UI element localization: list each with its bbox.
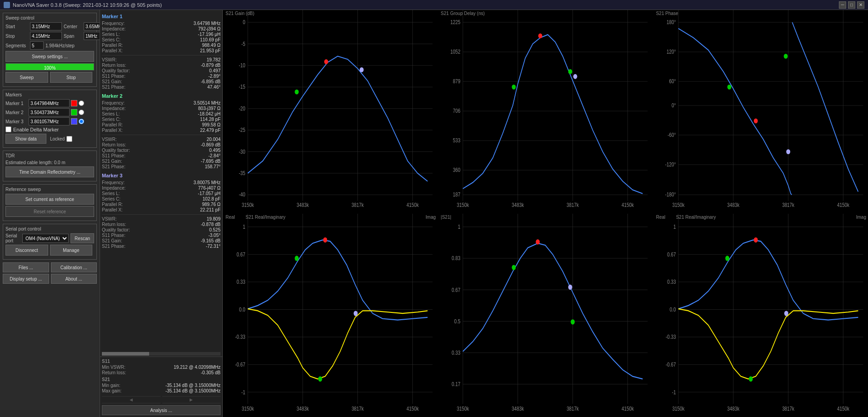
minimize-button[interactable]: ─ xyxy=(839,1,846,9)
svg-text:3817k: 3817k xyxy=(782,405,794,411)
center-label: Center xyxy=(64,24,82,29)
m1-pr-value: 988.49 Ω xyxy=(202,43,221,48)
stop-button[interactable]: Stop xyxy=(50,72,93,83)
rescan-button[interactable]: Rescan xyxy=(70,233,94,243)
m1-rl-label: Return loss: xyxy=(102,63,126,68)
sweep-button[interactable]: Sweep xyxy=(5,72,48,83)
svg-text:4150k: 4150k xyxy=(837,202,849,208)
segments-label: Segments xyxy=(5,43,28,48)
close-button[interactable]: ✕ xyxy=(857,1,864,9)
svg-text:3150k: 3150k xyxy=(457,202,469,208)
m1-vswr-value: 19.782 xyxy=(206,57,221,62)
marker1-input[interactable] xyxy=(29,99,70,107)
marker3-radio[interactable] xyxy=(79,119,84,124)
svg-text:3817k: 3817k xyxy=(567,405,579,411)
chart-s21-ri-right-title: S21 Real/Imaginary xyxy=(676,215,716,220)
svg-text:1: 1 xyxy=(243,224,245,230)
svg-point-161 xyxy=(784,311,788,316)
analysis-button[interactable]: Analysis ... xyxy=(102,405,221,415)
m1-sl-label: Series L: xyxy=(102,32,120,37)
marker3-input[interactable] xyxy=(29,117,70,126)
stop-input[interactable] xyxy=(30,32,62,40)
m2-s21p-label: S21 Phase: xyxy=(102,164,125,169)
m3-pr-value: 989.76 Ω xyxy=(202,202,221,207)
chart-s21-real-imag-left[interactable]: Real S21 Real/Imaginary Imag xyxy=(223,214,437,417)
maximize-button[interactable]: □ xyxy=(848,1,855,9)
center-input[interactable] xyxy=(84,22,100,30)
m1-s21p-value: 47.46° xyxy=(207,85,221,90)
svg-text:0.33: 0.33 xyxy=(452,350,461,356)
svg-point-82 xyxy=(786,149,790,154)
marker2-input[interactable] xyxy=(29,108,70,116)
m2-pr-value: 999.58 Ω xyxy=(202,122,221,127)
svg-text:1: 1 xyxy=(458,224,460,230)
m3-freq-label: Frequency: xyxy=(102,180,125,185)
tdr-button[interactable]: Time Domain Reflectometry ... xyxy=(5,166,94,177)
m1-s11p-label: S11 Phase: xyxy=(102,74,125,79)
chart-s21-ri-left-title: S21 Real/Imaginary xyxy=(246,215,286,220)
svg-text:1225: 1225 xyxy=(451,19,461,25)
locked-checkbox[interactable] xyxy=(66,136,72,142)
chart-s21-real-imag-right[interactable]: Real S21 Real/Imaginary Imag xyxy=(653,214,868,417)
span-label: Span xyxy=(64,34,82,39)
m1-qf-label: Quality factor: xyxy=(102,68,130,73)
set-reference-button[interactable]: Set current as reference xyxy=(5,194,94,205)
reset-reference-button[interactable]: Reset reference xyxy=(5,206,94,217)
start-label: Start xyxy=(5,24,28,29)
about-button[interactable]: About ... xyxy=(51,274,97,284)
m1-freq-label: Frequency: xyxy=(102,21,125,26)
chart-s21-phase[interactable]: S21 Phase 180° 1 xyxy=(653,10,868,213)
svg-text:-10: -10 xyxy=(239,62,245,68)
svg-text:1052: 1052 xyxy=(451,49,461,55)
m1-s21p-label: S21 Phase: xyxy=(102,85,125,90)
calibration-button[interactable]: Calibration ... xyxy=(51,262,97,272)
summary-footer: S11 Min VSWR: 19.212 @ 4.02098MHz Return… xyxy=(100,357,222,417)
span-input[interactable] xyxy=(84,32,100,40)
svg-text:-0.33: -0.33 xyxy=(666,334,676,340)
chart-s21-group-delay[interactable]: S21 Group Delay (ns) 1225 xyxy=(438,10,652,213)
svg-text:3150k: 3150k xyxy=(241,202,254,208)
disconnect-button[interactable]: Disconnect xyxy=(5,245,48,256)
show-data-button[interactable]: Show data xyxy=(5,134,46,144)
m2-s21g-label: S21 Gain: xyxy=(102,159,122,164)
reference-sweep-title: Reference sweep xyxy=(5,187,94,192)
m1-rl-value: -0.879 dB xyxy=(201,63,221,68)
svg-text:3150k: 3150k xyxy=(672,405,684,411)
display-setup-button[interactable]: Display setup ... xyxy=(3,274,49,284)
sweep-settings-button[interactable]: Sweep settings ... xyxy=(5,51,94,62)
m3-freq-value: 3.80075 MHz xyxy=(194,180,221,185)
s11-min-vswr-label: Min VSWR: xyxy=(102,365,125,370)
marker2-radio[interactable] xyxy=(79,110,84,115)
manage-button[interactable]: Manage xyxy=(50,245,93,256)
svg-text:-40: -40 xyxy=(239,191,245,197)
svg-text:3150k: 3150k xyxy=(241,405,254,411)
m2-sc-label: Series C: xyxy=(102,117,120,122)
middle-panel: Marker 1 Frequency:3.64798 MHz Impedance… xyxy=(100,10,223,417)
chart-s21-mag-svg: 1 0.83 0.67 0.5 0.33 0.17 3150k 3483k 38… xyxy=(438,214,652,417)
start-input[interactable] xyxy=(30,22,62,30)
segments-input[interactable] xyxy=(30,41,44,50)
svg-text:0.83: 0.83 xyxy=(452,255,461,261)
svg-point-135 xyxy=(571,319,575,325)
svg-text:3817k: 3817k xyxy=(351,202,364,208)
svg-point-54 xyxy=(512,85,516,90)
enable-delta-checkbox[interactable] xyxy=(5,126,11,132)
m1-sc-value: 110.69 pF xyxy=(200,37,221,42)
marker1-color xyxy=(71,100,77,106)
marker3-data-header: Marker 3 xyxy=(102,173,221,178)
m2-px-value: 22.479 pF xyxy=(200,128,221,133)
serial-port-select[interactable]: OM4 (NanoVNA) xyxy=(22,234,69,243)
m3-rl-value: -0.878 dB xyxy=(201,222,221,227)
files-button[interactable]: Files ... xyxy=(3,262,49,272)
chart-s21-ri-left-real: Real xyxy=(226,215,235,220)
marker1-radio[interactable] xyxy=(79,100,84,106)
chart-s21-magnitude[interactable]: |S21| 1 0.83 0.67 xyxy=(438,214,652,417)
chart-s21-gain[interactable]: S21 Gain (dB) xyxy=(223,10,437,213)
marker2-label: Marker 2 xyxy=(5,110,27,115)
svg-text:0.33: 0.33 xyxy=(236,279,245,285)
svg-text:706: 706 xyxy=(453,108,460,114)
m3-pr-label: Parallel R: xyxy=(102,202,123,207)
serial-port-title: Serial port control xyxy=(5,226,94,231)
svg-point-162 xyxy=(748,377,753,382)
svg-text:-25: -25 xyxy=(239,127,245,133)
